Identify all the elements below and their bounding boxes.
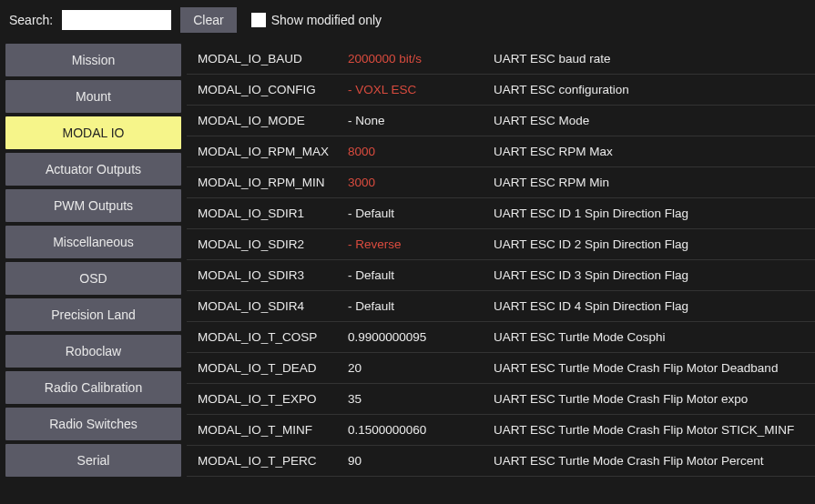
param-name: MODAL_IO_SDIR2	[198, 237, 348, 251]
sidebar-item-mission[interactable]: Mission	[5, 44, 181, 76]
param-value: 90	[348, 454, 494, 468]
param-row[interactable]: MODAL_IO_SDIR4- DefaultUART ESC ID 4 Spi…	[187, 291, 815, 322]
topbar: Search: Clear Show modified only	[0, 0, 815, 40]
param-value: 8000	[348, 145, 494, 158]
param-name: MODAL_IO_CONFIG	[198, 83, 348, 96]
param-value: 20	[348, 361, 494, 375]
sidebar: MissionMountMODAL IOActuator OutputsPWM …	[0, 40, 187, 504]
param-description: UART ESC RPM Min	[494, 176, 804, 189]
sidebar-item-miscellaneous[interactable]: Miscellaneous	[5, 226, 181, 258]
param-value: 2000000 bit/s	[348, 52, 494, 66]
sidebar-item-label: Serial	[77, 453, 110, 468]
sidebar-item-label: Actuator Outputs	[46, 162, 141, 176]
search-input[interactable]	[62, 10, 171, 30]
sidebar-item-modal-io[interactable]: MODAL IO	[5, 116, 181, 149]
param-row[interactable]: MODAL_IO_RPM_MAX8000UART ESC RPM Max	[187, 136, 815, 167]
param-description: UART ESC Turtle Mode Crash Flip Motor Pe…	[494, 454, 804, 468]
param-value: - Default	[348, 207, 494, 220]
param-row[interactable]: MODAL_IO_SDIR2- ReverseUART ESC ID 2 Spi…	[187, 229, 815, 260]
param-name: MODAL_IO_T_DEAD	[198, 361, 348, 375]
param-row[interactable]: MODAL_IO_T_PERC90UART ESC Turtle Mode Cr…	[187, 446, 815, 477]
param-name: MODAL_IO_MODE	[198, 114, 348, 127]
param-value: - Default	[348, 299, 494, 313]
param-description: UART ESC ID 1 Spin Direction Flag	[494, 207, 804, 220]
param-description: UART ESC Turtle Mode Crash Flip Motor ex…	[494, 392, 804, 406]
show-modified-only-checkbox[interactable]	[251, 13, 266, 27]
param-row[interactable]: MODAL_IO_CONFIG- VOXL ESCUART ESC config…	[187, 75, 815, 106]
param-name: MODAL_IO_RPM_MIN	[198, 176, 348, 189]
param-row[interactable]: MODAL_IO_SDIR3- DefaultUART ESC ID 3 Spi…	[187, 260, 815, 291]
param-description: UART ESC Turtle Mode Crash Flip Motor ST…	[494, 423, 804, 437]
sidebar-item-label: Mount	[76, 89, 111, 104]
search-label: Search:	[9, 13, 53, 27]
param-value: - Reverse	[348, 237, 494, 251]
param-name: MODAL_IO_SDIR1	[198, 207, 348, 220]
param-name: MODAL_IO_T_MINF	[198, 423, 348, 437]
sidebar-item-mount[interactable]: Mount	[5, 80, 181, 113]
param-name: MODAL_IO_SDIR4	[198, 299, 348, 313]
sidebar-item-label: Precision Land	[51, 307, 136, 322]
sidebar-item-label: Radio Calibration	[45, 380, 142, 395]
param-description: UART ESC baud rate	[494, 52, 804, 66]
param-value: 35	[348, 392, 494, 406]
sidebar-item-pwm-outputs[interactable]: PWM Outputs	[5, 189, 181, 222]
param-description: UART ESC Turtle Mode Cosphi	[494, 330, 804, 344]
parameter-list: MODAL_IO_BAUD2000000 bit/sUART ESC baud …	[187, 40, 815, 504]
param-name: MODAL_IO_T_COSP	[198, 330, 348, 344]
clear-button[interactable]: Clear	[180, 7, 236, 33]
param-name: MODAL_IO_SDIR3	[198, 268, 348, 282]
param-row[interactable]: MODAL_IO_T_COSP0.9900000095UART ESC Turt…	[187, 322, 815, 353]
param-value: 0.9900000095	[348, 330, 494, 344]
param-row[interactable]: MODAL_IO_SDIR1- DefaultUART ESC ID 1 Spi…	[187, 198, 815, 229]
param-name: MODAL_IO_RPM_MAX	[198, 145, 348, 158]
param-row[interactable]: MODAL_IO_T_EXPO35UART ESC Turtle Mode Cr…	[187, 384, 815, 415]
sidebar-item-label: Radio Switches	[49, 417, 138, 431]
param-description: UART ESC Mode	[494, 114, 804, 127]
sidebar-item-label: OSD	[79, 271, 107, 286]
param-name: MODAL_IO_T_EXPO	[198, 392, 348, 406]
param-description: UART ESC configuration	[494, 83, 804, 96]
content: MissionMountMODAL IOActuator OutputsPWM …	[0, 40, 815, 504]
sidebar-item-roboclaw[interactable]: Roboclaw	[5, 335, 181, 368]
sidebar-item-radio-switches[interactable]: Radio Switches	[5, 408, 181, 440]
sidebar-item-radio-calibration[interactable]: Radio Calibration	[5, 371, 181, 404]
param-description: UART ESC ID 4 Spin Direction Flag	[494, 299, 804, 313]
param-name: MODAL_IO_T_PERC	[198, 454, 348, 468]
sidebar-item-label: MODAL IO	[63, 126, 125, 140]
param-row[interactable]: MODAL_IO_RPM_MIN3000UART ESC RPM Min	[187, 167, 815, 198]
param-row[interactable]: MODAL_IO_T_MINF0.1500000060UART ESC Turt…	[187, 415, 815, 446]
sidebar-item-label: Roboclaw	[66, 344, 121, 358]
sidebar-item-osd[interactable]: OSD	[5, 262, 181, 295]
sidebar-item-actuator-outputs[interactable]: Actuator Outputs	[5, 153, 181, 186]
param-description: UART ESC ID 3 Spin Direction Flag	[494, 268, 804, 282]
show-modified-only-label: Show modified only	[271, 13, 382, 27]
param-value: 0.1500000060	[348, 423, 494, 437]
param-description: UART ESC RPM Max	[494, 145, 804, 158]
sidebar-item-serial[interactable]: Serial	[5, 444, 181, 477]
sidebar-item-label: Mission	[72, 53, 115, 67]
param-value: - None	[348, 114, 494, 127]
param-row[interactable]: MODAL_IO_T_DEAD20UART ESC Turtle Mode Cr…	[187, 353, 815, 384]
param-name: MODAL_IO_BAUD	[198, 52, 348, 66]
sidebar-item-precision-land[interactable]: Precision Land	[5, 298, 181, 331]
param-row[interactable]: MODAL_IO_MODE- NoneUART ESC Mode	[187, 106, 815, 136]
param-value: - VOXL ESC	[348, 83, 494, 96]
param-description: UART ESC ID 2 Spin Direction Flag	[494, 237, 804, 251]
param-value: - Default	[348, 268, 494, 282]
param-row[interactable]: MODAL_IO_BAUD2000000 bit/sUART ESC baud …	[187, 44, 815, 75]
show-modified-only-wrap: Show modified only	[251, 13, 382, 27]
param-description: UART ESC Turtle Mode Crash Flip Motor De…	[494, 361, 804, 375]
param-value: 3000	[348, 176, 494, 189]
sidebar-item-label: Miscellaneous	[53, 235, 134, 249]
sidebar-item-label: PWM Outputs	[54, 198, 133, 213]
